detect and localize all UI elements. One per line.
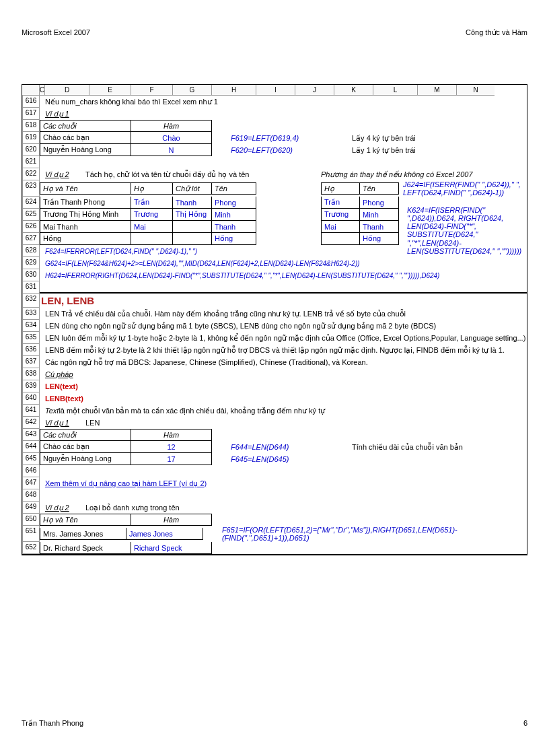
row-628: 628	[22, 245, 40, 257]
cell-639: LEN(text)	[45, 382, 78, 390]
cell-623-lot: Chữ lót	[173, 182, 212, 195]
cell-626-lot	[173, 221, 212, 233]
cell-626-ho2: Mai	[321, 221, 360, 233]
cell-623-ho2: Họ	[321, 182, 360, 195]
cell-644-str: Chào các bạn	[40, 441, 131, 453]
cell-643-a: Các chuỗi	[40, 429, 131, 441]
cell-626-ten: Thanh	[212, 221, 256, 233]
row-641: 641	[22, 405, 40, 417]
row-629: 629	[22, 257, 40, 269]
row-640: 640	[22, 392, 40, 405]
cell-618-func: Hàm	[131, 120, 212, 132]
cell-637: Các ngôn ngữ hỗ trợ mã DBCS: Japanese, C…	[40, 356, 527, 368]
cell-649-desc: Loại bỏ danh xưng trong tên	[85, 504, 180, 512]
row-637: 637	[22, 356, 40, 368]
cell-652-name: Dr. Richard Speck	[40, 542, 131, 554]
col-H: H	[212, 85, 256, 96]
row-619: 619	[22, 132, 40, 144]
row-625: 625	[22, 209, 40, 221]
row-639: 639	[22, 380, 40, 392]
cell-629: G624=IF(LEN(F624&H624)+2>=LEN(D624),"",M…	[45, 260, 360, 267]
row-638: 638	[22, 368, 40, 380]
cell-616: Nếu num_chars không khai báo thì Excel x…	[40, 96, 527, 108]
cell-647-link[interactable]: Xem thêm ví dụ nâng cao tại hàm LEFT (ví…	[45, 479, 207, 488]
row-648: 648	[22, 489, 40, 502]
cell-650-a: Họ và Tên	[40, 514, 131, 526]
cell-618-label: Các chuỗi	[40, 120, 131, 132]
cell-651-name: Mrs. James Jones	[40, 528, 126, 540]
row-632: 632	[22, 294, 40, 308]
spreadsheet: C D E F G H I J K L M N 616 Nếu num_char…	[22, 84, 527, 555]
cell-623-ten: Tên	[212, 182, 256, 195]
footer-author: Trần Thanh Phong	[22, 719, 83, 728]
cell-645-str: Nguyễn Hoàng Long	[40, 453, 131, 465]
cell-641-a: Text	[45, 407, 59, 415]
row-633: 633	[22, 308, 40, 320]
cell-650-b: Hàm	[131, 514, 212, 526]
cell-627-ten: Hồng	[212, 233, 256, 245]
cell-642-ex: Ví dụ 1	[45, 419, 85, 427]
col-J: J	[295, 85, 334, 96]
cell-619-res: Chào	[131, 132, 212, 144]
cell-651-res: James Jones	[126, 528, 203, 540]
cell-627-lot	[173, 233, 212, 245]
cell-623-formula: J624=IF(ISERR(FIND(" ",D624))," ", LEFT(…	[403, 180, 524, 197]
cell-644-desc: Tính chiều dài của chuỗi văn bản	[352, 443, 463, 452]
cell-627-ho2	[321, 233, 360, 245]
cell-633: LEN Trả về chiều dài của chuỗi. Hàm này …	[40, 308, 527, 320]
cell-623-hoten: Họ và Tên	[40, 182, 131, 195]
row-616: 616	[22, 96, 40, 108]
cell-635: LEN luôn đếm mỗi ký tự 1-byte hoặc 2-byt…	[40, 332, 527, 344]
cell-625-ho: Trương	[131, 209, 173, 221]
cell-626-ten2: Thanh	[360, 221, 399, 233]
cell-625-full: Trương Thị Hồng Minh	[40, 209, 131, 221]
cell-623-ho: Họ	[131, 182, 173, 195]
cell-620-formula: F620=LEFT(D620)	[231, 146, 312, 154]
cell-625-ten: Minh	[212, 209, 256, 221]
cell-624-ten: Phong	[212, 197, 256, 209]
cell-632-title: LEN, LENB	[40, 295, 94, 306]
cell-636: LENB đếm mỗi ký tự 2-byte là 2 khi thiết…	[40, 344, 527, 356]
cell-619-formula: F619=LEFT(D619,4)	[231, 134, 312, 142]
row-618: 618	[22, 120, 40, 132]
cell-644-formula: F644=LEN(D644)	[231, 443, 312, 451]
row-620: 620	[22, 144, 40, 156]
row-645: 645	[22, 453, 40, 465]
row-623: 623	[22, 180, 40, 197]
row-617: 617	[22, 108, 40, 120]
cell-620-res: N	[131, 144, 212, 156]
cell-617: Ví dụ 1	[45, 110, 69, 118]
row-644: 644	[22, 441, 40, 453]
row-624: 624	[22, 197, 40, 209]
row-643: 643	[22, 429, 40, 441]
cell-652-res: Richard Speck	[131, 542, 212, 554]
cell-622-ex: Ví dụ 2	[45, 170, 85, 179]
cell-624-lot: Thanh	[173, 197, 212, 209]
cell-622-desc: Tách họ, chữ lót và tên từ chuỗi đầy đủ …	[85, 170, 249, 179]
col-K: K	[334, 85, 373, 96]
row-642: 642	[22, 417, 40, 429]
cell-634: LEN dùng cho ngôn ngữ sử dụng bảng mã 1 …	[40, 320, 527, 332]
cell-645-res: 17	[131, 453, 212, 465]
row-621: 621	[22, 156, 40, 168]
cell-644-res: 12	[131, 441, 212, 453]
cell-626-full: Mai Thanh	[40, 221, 131, 233]
cell-624-ho2: Trần	[321, 197, 360, 209]
col-M: M	[418, 85, 457, 96]
cell-625-lot: Thị Hồng	[173, 209, 212, 221]
cell-642-fn: LEN	[85, 419, 100, 427]
column-headers: C D E F G H I J K L M N	[22, 85, 527, 96]
cell-640: LENB(text)	[45, 394, 83, 403]
row-650: 650	[22, 514, 40, 526]
row-627: 627	[22, 233, 40, 245]
row-631: 631	[22, 281, 40, 294]
row-626: 626	[22, 221, 40, 233]
col-G: G	[173, 85, 212, 96]
cell-638: Cú pháp	[45, 370, 73, 378]
row-649: 649	[22, 502, 40, 514]
cell-630: H624=IFERROR(RIGHT(D624,LEN(D624)-FIND("…	[45, 272, 439, 279]
cell-624-ten2: Phong	[360, 197, 399, 209]
cell-627-full: Hồng	[40, 233, 131, 245]
col-I: I	[256, 85, 295, 96]
cell-619-str: Chào các bạn	[40, 132, 131, 144]
